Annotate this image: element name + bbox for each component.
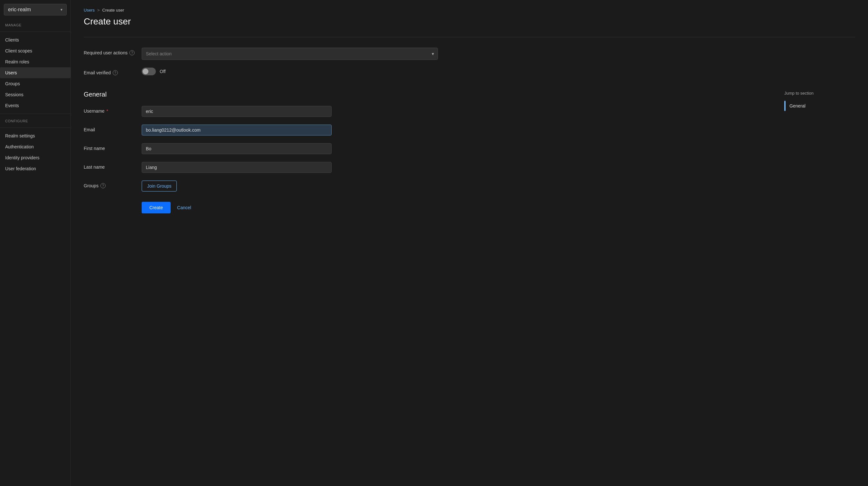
groups-control: Join Groups <box>142 181 769 192</box>
realm-name: eric-realm <box>8 7 31 12</box>
sidebar-item-users[interactable]: Users <box>0 67 70 78</box>
spacer-1 <box>84 83 855 91</box>
action-buttons: Create Cancel <box>84 202 769 214</box>
required-user-actions-select-wrapper: Select action ▾ <box>142 47 438 60</box>
username-required-star: * <box>106 108 108 114</box>
sidebar-item-identity-providers[interactable]: Identity providers <box>0 152 70 163</box>
sidebar-item-authentication[interactable]: Authentication <box>0 141 70 152</box>
username-label: Username * <box>84 106 142 114</box>
sidebar-item-realm-settings[interactable]: Realm settings <box>0 130 70 141</box>
sidebar: eric-realm ▾ Manage Clients Client scope… <box>0 0 71 486</box>
form-main: General Username * Email <box>84 91 769 214</box>
sidebar-divider-3 <box>0 127 70 128</box>
email-control <box>142 125 769 135</box>
sidebar-divider-2 <box>0 114 70 114</box>
jump-section-general-label: General <box>789 103 806 108</box>
sidebar-item-client-scopes[interactable]: Client scopes <box>0 45 70 56</box>
breadcrumb: Users > Create user <box>84 8 855 12</box>
email-verified-toggle-row: Off <box>142 68 855 75</box>
required-user-actions-label: Required user actions ? <box>84 47 142 55</box>
page-title: Create user <box>84 17 855 27</box>
email-verified-help-icon[interactable]: ? <box>113 70 118 75</box>
required-user-actions-select[interactable]: Select action <box>142 47 438 60</box>
groups-label: Groups ? <box>84 181 142 188</box>
email-label: Email <box>84 125 142 132</box>
breadcrumb-separator: > <box>97 8 100 12</box>
first-name-control <box>142 143 769 154</box>
email-verified-toggle[interactable] <box>142 68 156 75</box>
toggle-thumb <box>143 69 148 74</box>
email-row: Email <box>84 125 769 135</box>
breadcrumb-parent[interactable]: Users <box>84 8 95 12</box>
required-user-actions-control: Select action ▾ <box>142 47 855 60</box>
sidebar-item-clients[interactable]: Clients <box>0 34 70 45</box>
email-verified-row: Email verified ? Off <box>84 68 855 75</box>
last-name-control <box>142 162 769 173</box>
groups-help-icon[interactable]: ? <box>100 183 105 188</box>
jump-to-section-label: Jump to section <box>784 91 855 96</box>
first-name-label: First name <box>84 143 142 151</box>
breadcrumb-current: Create user <box>102 8 124 12</box>
sidebar-item-events[interactable]: Events <box>0 100 70 111</box>
sidebar-divider-1 <box>0 32 70 32</box>
username-input[interactable] <box>142 106 332 117</box>
sidebar-item-user-federation[interactable]: User federation <box>0 163 70 174</box>
sidebar-item-sessions[interactable]: Sessions <box>0 89 70 100</box>
general-section-header: General <box>84 91 769 98</box>
configure-section-label: Configure <box>0 117 70 125</box>
last-name-row: Last name <box>84 162 769 173</box>
first-name-row: First name <box>84 143 769 154</box>
first-name-input[interactable] <box>142 143 332 154</box>
last-name-label: Last name <box>84 162 142 170</box>
username-row: Username * <box>84 106 769 117</box>
username-control <box>142 106 769 117</box>
last-name-input[interactable] <box>142 162 332 173</box>
form-layout: General Username * Email <box>84 91 855 214</box>
jump-to-section-sidebar: Jump to section General <box>784 91 855 214</box>
jump-section-general[interactable]: General <box>784 101 855 111</box>
create-button[interactable]: Create <box>142 202 170 214</box>
main-content: Users > Create user Create user Required… <box>71 0 868 486</box>
realm-selector[interactable]: eric-realm ▾ <box>4 4 67 15</box>
jump-section-bar <box>784 101 785 111</box>
required-user-actions-row: Required user actions ? Select action ▾ <box>84 47 855 60</box>
required-user-actions-help-icon[interactable]: ? <box>129 50 134 55</box>
cancel-button[interactable]: Cancel <box>176 202 192 214</box>
email-verified-control: Off <box>142 68 855 75</box>
form-top-divider <box>84 37 855 37</box>
sidebar-item-groups[interactable]: Groups <box>0 78 70 89</box>
email-input[interactable] <box>142 125 332 135</box>
email-verified-label: Email verified ? <box>84 68 142 75</box>
realm-chevron-icon: ▾ <box>61 7 62 12</box>
email-verified-toggle-label: Off <box>160 69 165 74</box>
sidebar-item-realm-roles[interactable]: Realm roles <box>0 56 70 67</box>
manage-section-label: Manage <box>0 21 70 29</box>
join-groups-button[interactable]: Join Groups <box>142 181 177 192</box>
groups-row: Groups ? Join Groups <box>84 181 769 192</box>
